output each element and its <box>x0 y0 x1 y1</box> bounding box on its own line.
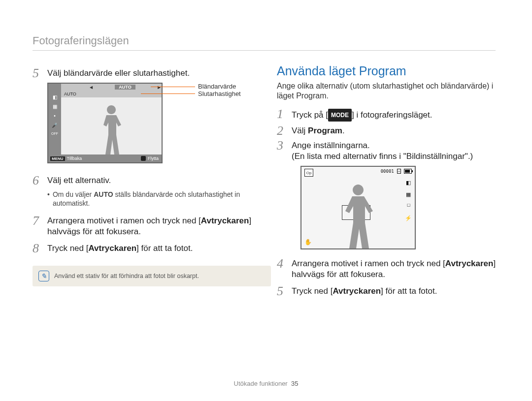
camera-lcd-preview-program: Op 00001 ▭ ◧ ▦ ☐ ⚡ ✋ <box>300 166 416 249</box>
subject-silhouette <box>338 185 378 248</box>
camera-lcd-preview: LT ◀ AUTO ▶ AUTO ◧ ▦ • 🎤 OFF <box>47 83 163 163</box>
move-label: Flytta <box>148 156 159 161</box>
step-2-num: 2 <box>277 125 292 136</box>
step-1-num: 1 <box>277 109 292 120</box>
step-7-text: Arrangera motivet i ramen och tryck ned … <box>47 216 264 237</box>
intro-text: Ange olika alternativ (utom slutarhastig… <box>277 81 508 101</box>
step-3-text: Ange inställningarna. (En lista med alte… <box>292 140 508 162</box>
dot-icon: • <box>54 113 56 119</box>
step-5r-num: 5 <box>277 286 292 297</box>
menu-button: MENU <box>50 156 65 161</box>
tip-box: ✎ Använd ett stativ för att förhindra at… <box>33 266 271 286</box>
portrait-icon: ◧ <box>53 94 57 100</box>
step-6-num: 6 <box>33 175 47 186</box>
portrait-icon: ◧ <box>405 180 412 186</box>
step-6-bullet: Om du väljer AUTO ställs bländarvärde oc… <box>47 190 264 208</box>
row1-value: AUTO <box>115 85 135 90</box>
step-5r-text: Tryck ned [Avtryckaren] för att ta fotot… <box>292 286 508 297</box>
grid-icon: ▦ <box>53 104 57 109</box>
mode-button-label: MODE <box>328 109 352 122</box>
chevron-right-icon: ▶ <box>157 85 162 90</box>
step-3-num: 3 <box>277 140 292 151</box>
step-2-text: Välj Program. <box>292 125 508 136</box>
flash-icon: ⚡ <box>405 215 412 222</box>
callout-shutter: Slutarhastighet <box>198 90 241 97</box>
step-8-num: 8 <box>33 243 47 254</box>
page-footer: Utökade funktioner 35 <box>0 380 532 387</box>
mode-icon: Op <box>304 169 313 177</box>
off-icon: OFF <box>51 132 58 135</box>
grid-icon: ▦ <box>405 191 412 198</box>
move-icon <box>141 156 146 161</box>
mic-icon: 🎤 <box>52 123 58 128</box>
callout-line-2 <box>141 93 195 94</box>
af-icon: ☐ <box>405 203 412 210</box>
step-5-num: 5 <box>33 68 47 79</box>
step-4-num: 4 <box>277 258 292 269</box>
tip-text: Använd ett stativ för att förhindra att … <box>54 273 199 279</box>
battery-icon <box>404 169 412 174</box>
heading-program-mode: Använda läget Program <box>277 64 508 78</box>
note-icon: ✎ <box>38 271 49 281</box>
step-6-text: Välj ett alternativ. <box>47 175 264 186</box>
subject-silhouette <box>97 105 126 154</box>
hand-icon: ✋ <box>304 239 312 246</box>
counter: 00001 <box>381 169 394 174</box>
row2-value: AUTO <box>61 92 89 96</box>
card-icon: ▭ <box>397 169 401 174</box>
chevron-left-icon: ◀ <box>89 85 94 90</box>
step-8-text: Tryck ned [Avtryckaren] för att ta fotot… <box>47 243 264 254</box>
callout-aperture: Bländarvärde <box>198 83 236 90</box>
back-label: Tillbaka <box>67 156 82 161</box>
step-1-text: Tryck på [MODE] i fotograferingsläget. <box>292 109 508 122</box>
callout-line-1 <box>151 87 195 87</box>
step-7-num: 7 <box>33 216 47 226</box>
step-4-text: Arrangera motivet i ramen och tryck ned … <box>292 258 508 280</box>
section-title: Fotograferingslägen <box>33 34 496 51</box>
step-5-text: Välj bländarvärde eller slutarhastighet. <box>47 68 264 79</box>
